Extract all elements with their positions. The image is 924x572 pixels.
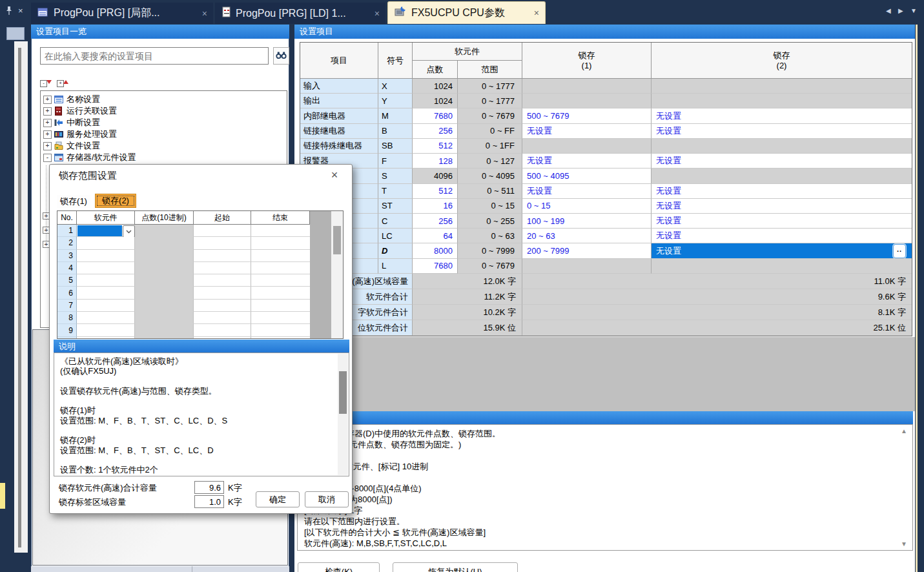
check-button[interactable]: 检查(K)	[298, 562, 380, 572]
tab-progpou-ld[interactable]: ProgPou [PRG] [LD] 1... ×	[215, 3, 385, 24]
grid-start-cell[interactable]	[194, 274, 251, 287]
tab-close-icon[interactable]: ×	[534, 8, 539, 18]
device-points-cell[interactable]: 512	[413, 184, 458, 199]
latch2-cell[interactable]: 无设置	[652, 214, 912, 229]
tree-expand-icon[interactable]: +	[43, 142, 52, 150]
grid-device-cell[interactable]	[77, 237, 135, 249]
latch-range-button[interactable]: ..	[893, 244, 906, 258]
device-points-cell[interactable]: 256	[413, 214, 458, 229]
grid-start-cell[interactable]	[194, 300, 251, 312]
scrollbar-thumb[interactable]	[333, 226, 341, 254]
device-points-cell[interactable]: 512	[413, 139, 458, 154]
latch2-cell[interactable]: 无设置..	[652, 243, 912, 258]
dropdown-button[interactable]	[123, 225, 135, 238]
latch1-cell[interactable]: 无设置	[522, 124, 652, 139]
grid-end-cell[interactable]	[251, 225, 310, 237]
device-points-cell[interactable]: 64	[413, 229, 458, 243]
latch2-cell[interactable]: 无设置	[652, 154, 912, 169]
latch2-cell[interactable]: 无设置	[652, 199, 912, 214]
grid-device-cell[interactable]	[77, 262, 135, 274]
tab-latch1[interactable]: 锁存(1)	[57, 195, 90, 208]
note-scrollbar[interactable]	[338, 354, 348, 475]
latch2-cell[interactable]: 无设置	[652, 229, 912, 243]
grid-device-cell[interactable]	[77, 287, 135, 299]
scroll-down-icon[interactable]: ▼	[901, 540, 907, 547]
grid-start-cell[interactable]	[194, 237, 251, 249]
grid-end-cell[interactable]	[251, 337, 310, 338]
scroll-up-icon[interactable]: ▲	[901, 427, 907, 434]
latch1-cell[interactable]: 20 ~ 63	[522, 229, 652, 243]
latch1-cell[interactable]: 500 ~ 4095	[522, 169, 652, 183]
tree-expand-icon[interactable]: +	[43, 119, 52, 127]
device-points-cell[interactable]: 16	[413, 199, 458, 214]
cancel-button[interactable]: 取消	[305, 491, 349, 507]
grid-start-cell[interactable]	[194, 337, 251, 338]
grid-scrollbar[interactable]	[331, 211, 343, 338]
tree-collapse-icon[interactable]: -	[43, 154, 52, 162]
grid-device-cell[interactable]	[77, 337, 135, 338]
grid-start-cell[interactable]	[194, 262, 251, 274]
tab-cpu-parameter[interactable]: FX5UCPU CPU参数 ×	[387, 1, 546, 24]
summary-latch2-value: 9.6K 字	[522, 289, 912, 305]
latch2-cell[interactable]: 无设置	[652, 108, 912, 123]
latch2-cell[interactable]: 无设置	[652, 124, 912, 139]
latch1-cell[interactable]: 0 ~ 15	[522, 199, 652, 214]
device-points-cell[interactable]: 128	[413, 154, 458, 169]
scrollbar-thumb[interactable]	[339, 371, 347, 414]
latch1-cell[interactable]: 无设置	[522, 184, 652, 199]
restore-default-button[interactable]: 恢复为默认(U)	[393, 562, 518, 572]
sidebar-item[interactable]: +文件设置	[41, 140, 287, 152]
latch1-cell[interactable]: 无设置	[522, 154, 652, 169]
grid-end-cell[interactable]	[251, 237, 310, 249]
tab-progpou-local[interactable]: ProgPou [PRG] [局部... ×	[31, 3, 213, 24]
grid-start-cell[interactable]	[194, 324, 251, 336]
ok-button[interactable]: 确定	[256, 491, 300, 507]
grid-device-cell[interactable]	[77, 324, 135, 336]
expand-all-icon[interactable]: +	[57, 79, 68, 88]
dialog-close-icon[interactable]: ×	[326, 167, 343, 183]
grid-device-cell[interactable]	[77, 300, 135, 312]
device-points-cell[interactable]: 7680	[413, 259, 458, 274]
grid-start-cell[interactable]	[194, 312, 251, 324]
latch1-cell[interactable]: 200 ~ 7999	[522, 243, 652, 258]
device-points-cell[interactable]: 8000	[413, 243, 458, 258]
grid-end-cell[interactable]	[251, 262, 310, 274]
grid-start-cell[interactable]	[194, 225, 251, 237]
grid-start-cell[interactable]	[194, 287, 251, 299]
device-points-cell[interactable]: 256	[413, 124, 458, 139]
pin-icon[interactable]	[5, 6, 13, 17]
search-input[interactable]	[40, 47, 269, 65]
grid-end-cell[interactable]	[251, 312, 310, 324]
sidebar-item[interactable]: -存储器/软元件设置	[41, 152, 287, 163]
grid-end-cell[interactable]	[251, 287, 310, 299]
grid-end-cell[interactable]	[251, 250, 310, 262]
tab-scroll-right-icon[interactable]: ▶	[898, 7, 903, 14]
collapse-all-icon[interactable]: -	[40, 79, 52, 88]
grid-device-cell[interactable]	[77, 225, 135, 237]
latch2-cell[interactable]: 无设置	[652, 184, 912, 199]
grid-end-cell[interactable]	[251, 300, 310, 312]
grid-end-cell[interactable]	[251, 274, 310, 287]
search-button[interactable]	[273, 47, 289, 65]
tab-latch2[interactable]: 锁存(2)	[95, 194, 136, 208]
latch1-cell[interactable]: 100 ~ 199	[522, 214, 652, 229]
sidebar-item[interactable]: +服务处理设置	[41, 128, 287, 140]
tab-close-icon[interactable]: ×	[375, 8, 380, 19]
grid-device-cell[interactable]	[77, 274, 135, 287]
sidebar-item[interactable]: +名称设置	[41, 94, 287, 105]
sidebar-item[interactable]: +运行关联设置	[41, 105, 287, 117]
grid-end-cell[interactable]	[251, 324, 310, 336]
tree-expand-icon[interactable]: +	[43, 96, 52, 104]
sidebar-item[interactable]: +中断设置	[41, 117, 287, 128]
grid-device-cell[interactable]	[77, 312, 135, 324]
tab-close-icon[interactable]: ×	[202, 8, 207, 19]
tree-expand-icon[interactable]: +	[43, 107, 52, 116]
tree-expand-icon[interactable]: +	[43, 130, 52, 139]
grid-start-cell[interactable]	[194, 250, 251, 262]
close-pane-icon[interactable]: ×	[18, 6, 23, 15]
tab-list-menu-icon[interactable]: ▼	[910, 7, 917, 14]
device-points-cell[interactable]: 7680	[413, 108, 458, 123]
grid-device-cell[interactable]	[77, 250, 135, 262]
latch1-cell[interactable]: 500 ~ 7679	[522, 108, 652, 123]
tab-scroll-left-icon[interactable]: ◀	[886, 7, 891, 14]
